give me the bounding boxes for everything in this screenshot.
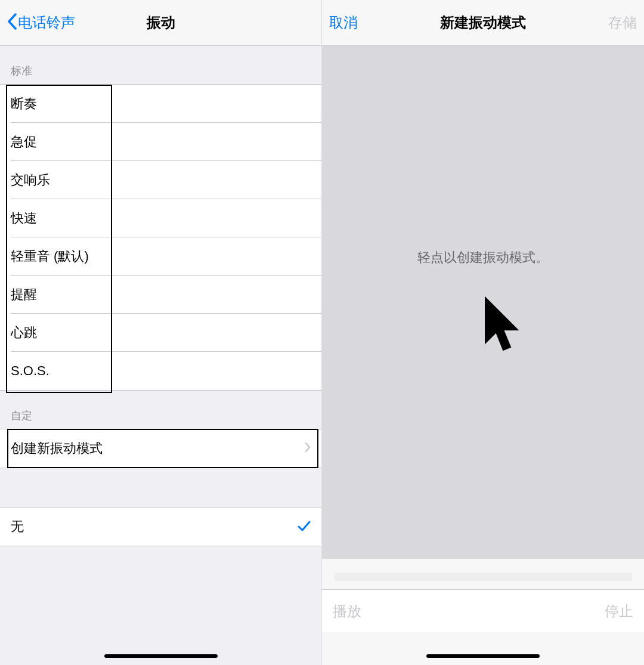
vibration-option[interactable]: 断奏 <box>0 85 321 123</box>
navbar-left: 电话铃声 振动 <box>0 0 321 46</box>
play-button: 播放 <box>333 602 361 621</box>
section-header-standard: 标准 <box>0 46 321 84</box>
back-label: 电话铃声 <box>18 13 75 32</box>
controls-area: 播放 停止 <box>322 559 644 665</box>
cancel-button[interactable]: 取消 <box>329 13 377 32</box>
chevron-left-icon <box>7 13 17 33</box>
vibration-option[interactable]: 交响乐 <box>0 161 321 199</box>
section-header-custom: 自定 <box>0 391 321 429</box>
chevron-right-icon <box>305 441 311 456</box>
vibration-option[interactable]: 心跳 <box>0 314 321 352</box>
checkmark-icon <box>298 518 311 536</box>
stop-button: 停止 <box>605 602 633 621</box>
custom-vibration-list: 创建新振动模式 <box>0 429 321 468</box>
vibration-option[interactable]: 快速 <box>0 199 321 237</box>
save-button: 存储 <box>589 13 637 32</box>
vibration-option[interactable]: 提醒 <box>0 276 321 314</box>
vibration-option[interactable]: S.O.S. <box>0 352 321 390</box>
create-new-vibration-button[interactable]: 创建新振动模式 <box>0 429 321 468</box>
navbar-right: 取消 新建振动模式 存储 <box>322 0 644 46</box>
none-option-container: 无 <box>0 507 321 546</box>
home-indicator[interactable] <box>104 654 218 658</box>
vibration-track-bar <box>334 573 632 581</box>
home-indicator[interactable] <box>426 654 540 658</box>
vibration-settings-pane: 电话铃声 振动 标准 断奏 急促 交响乐 快速 轻重音 (默认) 提醒 心跳 S… <box>0 0 322 665</box>
vibration-option[interactable]: 轻重音 (默认) <box>0 237 321 276</box>
vibration-option[interactable]: 急促 <box>0 123 321 161</box>
tap-hint-text: 轻点以创建振动模式。 <box>417 249 549 267</box>
back-button[interactable]: 电话铃声 <box>7 13 91 33</box>
vibration-tap-area[interactable]: 轻点以创建振动模式。 <box>322 46 644 559</box>
new-vibration-pane: 取消 新建振动模式 存储 轻点以创建振动模式。 播放 停止 <box>322 0 644 665</box>
standard-vibration-list: 断奏 急促 交响乐 快速 轻重音 (默认) 提醒 心跳 S.O.S. <box>0 84 321 391</box>
none-option[interactable]: 无 <box>0 508 321 546</box>
playback-controls: 播放 停止 <box>322 589 644 632</box>
cursor-icon <box>482 295 524 360</box>
